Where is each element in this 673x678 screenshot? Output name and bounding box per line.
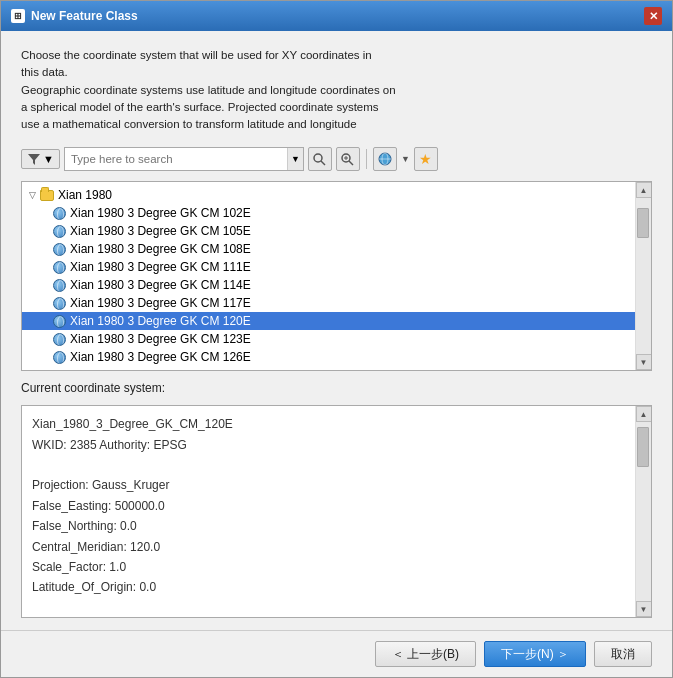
- cs-name: Xian_1980_3_Degree_GK_CM_120E: [32, 414, 625, 434]
- desc-line2: this data.: [21, 66, 68, 78]
- list-item[interactable]: Xian 1980 3 Degree GK CM 114E: [22, 276, 635, 294]
- list-item[interactable]: Xian 1980 3 Degree GK CM 126E: [22, 348, 635, 366]
- svg-marker-0: [28, 154, 40, 165]
- cs-scale-factor: Scale_Factor: 1.0: [32, 557, 625, 577]
- search-icon: [313, 153, 326, 166]
- scroll-up-button[interactable]: ▲: [636, 182, 652, 198]
- cs-central-meridian: Central_Meridian: 120.0: [32, 537, 625, 557]
- tree-scrollbar: ▲ ▼: [635, 182, 651, 370]
- filter-icon: [27, 152, 41, 166]
- cs-false-northing: False_Northing: 0.0: [32, 516, 625, 536]
- cs-latitude-origin: Latitude_Of_Origin: 0.0: [32, 577, 625, 597]
- scroll-track: [636, 198, 651, 354]
- list-item[interactable]: Xian 1980 3 Degree GK CM 108E: [22, 240, 635, 258]
- tree-item-label: Xian 1980 3 Degree GK CM 117E: [70, 296, 251, 310]
- tree-root-label: Xian 1980: [58, 188, 112, 202]
- tree-root-item[interactable]: ▽ Xian 1980: [22, 186, 635, 204]
- globe-list-icon: [52, 242, 66, 256]
- tree-panel: ▽ Xian 1980 Xian 1980 3 Degree GK CM 102…: [21, 181, 652, 371]
- list-item[interactable]: Xian 1980 3 Degree GK CM 102E: [22, 204, 635, 222]
- favorites-button[interactable]: ★: [414, 147, 438, 171]
- tree-content: ▽ Xian 1980 Xian 1980 3 Degree GK CM 102…: [22, 182, 635, 370]
- tree-item-label: Xian 1980 3 Degree GK CM 105E: [70, 224, 251, 238]
- globe-list-icon: [52, 332, 66, 346]
- globe-list-icon: [52, 350, 66, 364]
- search-dropdown-arrow[interactable]: ▼: [287, 148, 303, 170]
- toolbar: ▼ ▼: [21, 147, 652, 171]
- tree-item-label: Xian 1980 3 Degree GK CM 111E: [70, 260, 251, 274]
- cs-false-easting: False_Easting: 500000.0: [32, 496, 625, 516]
- globe-list-icon: [52, 278, 66, 292]
- title-icon: ⊞: [11, 9, 25, 23]
- close-button[interactable]: ✕: [644, 7, 662, 25]
- cs-wkid: WKID: 2385 Authority: EPSG: [32, 435, 625, 455]
- svg-line-4: [349, 161, 353, 165]
- footer: ＜ 上一步(B) 下一步(N) ＞ 取消: [1, 630, 672, 677]
- tree-item-label: Xian 1980 3 Degree GK CM 120E: [70, 314, 251, 328]
- search2-button[interactable]: [336, 147, 360, 171]
- search-button[interactable]: [308, 147, 332, 171]
- search-box: ▼: [64, 147, 304, 171]
- globe-list-icon: [52, 260, 66, 274]
- globe-dropdown-arrow[interactable]: ▼: [401, 154, 410, 164]
- list-item[interactable]: Xian 1980 3 Degree GK CM 111E: [22, 258, 635, 276]
- cancel-button[interactable]: 取消: [594, 641, 652, 667]
- folder-icon: [40, 188, 54, 202]
- cs-detail-panel: Xian_1980_3_Degree_GK_CM_120E WKID: 2385…: [21, 405, 652, 618]
- back-button[interactable]: ＜ 上一步(B): [375, 641, 476, 667]
- description-text: Choose the coordinate system that will b…: [21, 47, 652, 133]
- desc-line3: Geographic coordinate systems use latitu…: [21, 84, 396, 96]
- globe-icon: [378, 152, 392, 166]
- title-bar-left: ⊞ New Feature Class: [11, 9, 138, 23]
- cs-scroll-down-button[interactable]: ▼: [636, 601, 652, 617]
- tree-item-label: Xian 1980 3 Degree GK CM 123E: [70, 332, 251, 346]
- svg-point-1: [314, 154, 322, 162]
- expand-icon: ▽: [26, 189, 38, 201]
- dialog-body: Choose the coordinate system that will b…: [1, 31, 672, 630]
- title-bar: ⊞ New Feature Class ✕: [1, 1, 672, 31]
- desc-line4: a spherical model of the earth's surface…: [21, 101, 379, 113]
- desc-line1: Choose the coordinate system that will b…: [21, 49, 372, 61]
- scroll-thumb[interactable]: [637, 208, 649, 238]
- search2-icon: [341, 153, 354, 166]
- toolbar-separator: [366, 149, 367, 169]
- svg-line-2: [321, 161, 325, 165]
- filter-button[interactable]: ▼: [21, 149, 60, 169]
- list-item[interactable]: Xian 1980 3 Degree GK CM 123E: [22, 330, 635, 348]
- cs-detail-content: Xian_1980_3_Degree_GK_CM_120E WKID: 2385…: [22, 406, 635, 617]
- current-cs-label: Current coordinate system:: [21, 381, 652, 395]
- list-item[interactable]: Xian 1980 3 Degree GK CM 117E: [22, 294, 635, 312]
- tree-item-label: Xian 1980 3 Degree GK CM 102E: [70, 206, 251, 220]
- cs-projection: Projection: Gauss_Kruger: [32, 475, 625, 495]
- cs-scroll-thumb[interactable]: [637, 427, 649, 467]
- search-input[interactable]: [65, 153, 287, 165]
- globe-button[interactable]: [373, 147, 397, 171]
- tree-item-label: Xian 1980 3 Degree GK CM 108E: [70, 242, 251, 256]
- dialog-title: New Feature Class: [31, 9, 138, 23]
- cs-detail-scrollbar: ▲ ▼: [635, 406, 651, 617]
- list-item[interactable]: Xian 1980 3 Degree GK CM 105E: [22, 222, 635, 240]
- globe-list-icon: [52, 314, 66, 328]
- cs-scroll-up-button[interactable]: ▲: [636, 406, 652, 422]
- globe-list-icon: [52, 224, 66, 238]
- list-item-selected[interactable]: Xian 1980 3 Degree GK CM 120E: [22, 312, 635, 330]
- cs-scroll-track: [636, 422, 651, 601]
- new-feature-class-dialog: ⊞ New Feature Class ✕ Choose the coordin…: [0, 0, 673, 678]
- next-button[interactable]: 下一步(N) ＞: [484, 641, 586, 667]
- globe-list-icon: [52, 296, 66, 310]
- filter-dropdown-arrow: ▼: [43, 153, 54, 165]
- tree-item-label: Xian 1980 3 Degree GK CM 114E: [70, 278, 251, 292]
- tree-item-label: Xian 1980 3 Degree GK CM 126E: [70, 350, 251, 364]
- globe-list-icon: [52, 206, 66, 220]
- scroll-down-button[interactable]: ▼: [636, 354, 652, 370]
- desc-line5: use a mathematical conversion to transfo…: [21, 118, 357, 130]
